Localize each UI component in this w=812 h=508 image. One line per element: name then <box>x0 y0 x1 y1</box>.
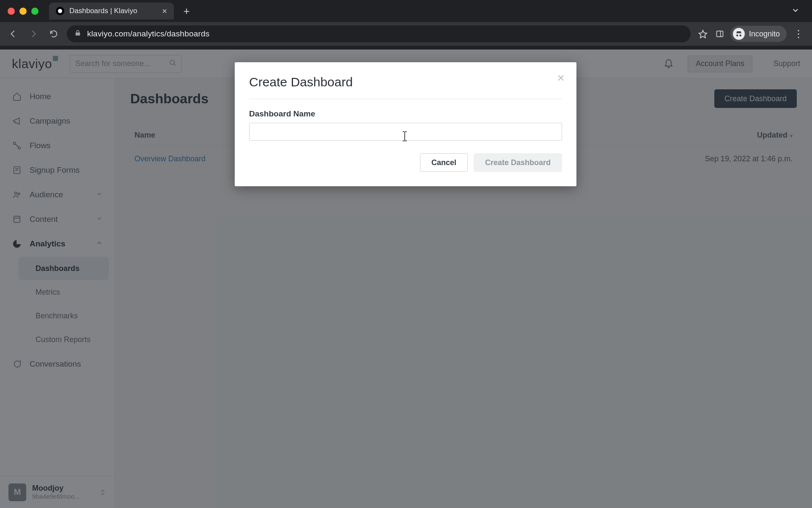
tabs-menu-chevron-icon[interactable] <box>787 4 804 18</box>
modal-submit-button[interactable]: Create Dashboard <box>474 153 562 172</box>
incognito-icon <box>733 28 745 40</box>
window-controls <box>8 8 38 15</box>
divider <box>249 99 562 99</box>
bookmark-star-icon[interactable] <box>697 28 709 40</box>
svg-marker-0 <box>699 30 707 38</box>
tab-strip: Dashboards | Klaviyo × + <box>0 0 812 22</box>
dashboard-name-label: Dashboard Name <box>249 109 562 119</box>
browser-tab[interactable]: Dashboards | Klaviyo × <box>49 3 174 19</box>
window-minimize-button[interactable] <box>19 8 27 15</box>
create-dashboard-modal: Create Dashboard × Dashboard Name Cancel… <box>235 62 576 186</box>
incognito-label: Incognito <box>749 30 780 39</box>
modal-title: Create Dashboard <box>249 75 562 89</box>
app-surface: klaviyo Search for someone... Account Pl… <box>0 50 812 508</box>
back-button[interactable] <box>6 27 20 41</box>
window-zoom-button[interactable] <box>31 8 38 15</box>
tab-title: Dashboards | Klaviyo <box>69 7 157 15</box>
dashboard-name-input[interactable] <box>249 123 562 141</box>
panel-icon[interactable] <box>713 28 726 40</box>
tab-favicon-icon <box>56 7 64 15</box>
url-text: klaviyo.com/analytics/dashboards <box>87 29 209 39</box>
lock-icon <box>74 30 81 38</box>
modal-close-button[interactable]: × <box>557 72 565 84</box>
reload-button[interactable] <box>47 27 61 41</box>
new-tab-button[interactable]: + <box>179 3 194 19</box>
modal-cancel-button[interactable]: Cancel <box>420 153 468 172</box>
forward-button[interactable] <box>26 27 41 41</box>
browser-menu-button[interactable]: ⋮ <box>791 28 806 40</box>
window-close-button[interactable] <box>8 8 15 15</box>
incognito-indicator[interactable]: Incognito <box>730 26 787 42</box>
tab-close-icon[interactable]: × <box>162 6 167 16</box>
url-field[interactable]: klaviyo.com/analytics/dashboards <box>67 25 691 42</box>
address-bar: klaviyo.com/analytics/dashboards Incogni… <box>0 22 812 46</box>
svg-rect-1 <box>716 31 723 36</box>
browser-chrome: Dashboards | Klaviyo × + klaviyo.com/ana… <box>0 0 812 50</box>
